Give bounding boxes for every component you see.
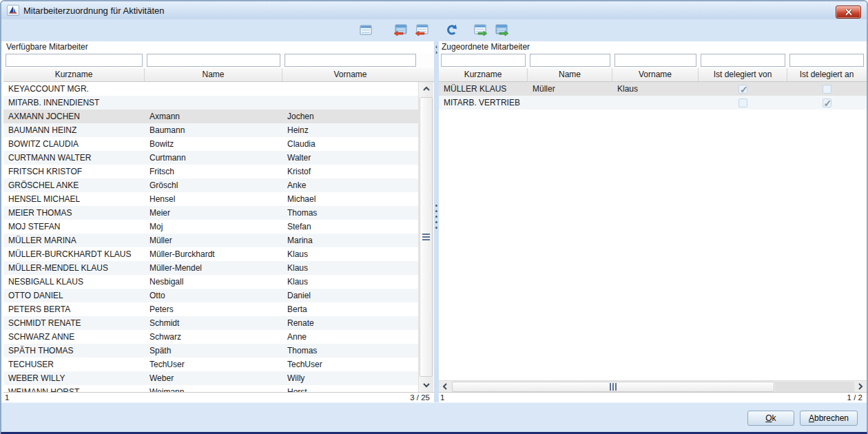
table-row[interactable]: KEYACCOUNT MGR. [3, 82, 418, 96]
table-row[interactable]: HENSEL MICHAELHenselMichael [3, 192, 418, 206]
cell-kurzname: MÜLLER MARINA [3, 234, 145, 247]
cell-ist-delegiert-von[interactable] [699, 96, 787, 110]
undo-button[interactable] [442, 21, 460, 39]
cell-name: Fritsch [145, 165, 282, 178]
scroll-right-icon[interactable] [854, 381, 867, 392]
column-header-name[interactable]: Name [145, 68, 282, 81]
table-row[interactable]: MITARB. INNENDIENST [3, 96, 418, 110]
cell-vorname: Klaus [282, 275, 418, 289]
cell-ist-delegiert-von[interactable] [699, 82, 787, 96]
filter-delegiert-von-input[interactable] [701, 54, 785, 67]
filter-name-input[interactable] [530, 54, 610, 67]
assign-all-button[interactable] [493, 21, 511, 39]
table-row[interactable]: TECHUSERTechUserTechUser [3, 358, 418, 371]
table-row[interactable]: MÜLLER-BURCKHARDT KLAUSMüller-Burckhardt… [3, 247, 418, 261]
column-header-name[interactable]: Name [528, 68, 612, 81]
remove-selected-button[interactable] [413, 21, 431, 39]
column-header-ist-delegiert-von[interactable]: Ist delegiert von [699, 68, 787, 81]
filter-vorname-input[interactable] [285, 54, 416, 67]
assigned-employees-table: MÜLLER KLAUSMüllerKlausMITARB. VERTRIEB [439, 82, 867, 380]
window-button[interactable] [357, 21, 375, 39]
table-row[interactable]: MÜLLER-MENDEL KLAUSMüller-MendelKlaus [3, 261, 418, 275]
cell-name: Schmidt [145, 316, 282, 330]
cell-name: Späth [145, 344, 282, 358]
horizontal-scrollbar[interactable] [439, 380, 867, 392]
scroll-up-icon[interactable] [419, 82, 433, 96]
dialog-window: Mitarbeiterzuordnung für Aktivitäten [0, 0, 868, 434]
assign-all-icon [495, 23, 510, 37]
filter-vorname-input[interactable] [614, 54, 696, 67]
table-row[interactable]: MÜLLER KLAUSMüllerKlaus [439, 82, 867, 96]
cell-vorname: Klaus [282, 261, 418, 275]
cell-name: Axmann [145, 110, 282, 123]
table-row[interactable]: NESBIGALL KLAUSNesbigallKlaus [3, 275, 418, 289]
column-header-ist-delegiert-an[interactable]: Ist delegiert an [787, 68, 866, 81]
table-row[interactable]: MEIER THOMASMeierThomas [3, 206, 418, 220]
scroll-left-icon[interactable] [439, 381, 451, 392]
cell-kurzname: HENSEL MICHAEL [3, 192, 145, 206]
table-row[interactable]: WEBER WILLYWeberWilly [3, 371, 418, 385]
titlebar[interactable]: Mitarbeiterzuordnung für Aktivitäten [1, 1, 867, 19]
column-header-kurzname[interactable]: Kurzname [3, 68, 145, 81]
panel-splitter[interactable]: ‹ › [434, 41, 439, 402]
cell-kurzname: WEBER WILLY [3, 371, 145, 385]
scroll-down-icon[interactable] [419, 378, 433, 392]
cell-ist-delegiert-an[interactable] [787, 82, 866, 96]
collapse-right-icon[interactable]: › [435, 50, 437, 55]
filter-kurzname-input[interactable] [6, 54, 143, 67]
table-row[interactable]: SCHMIDT RENATESchmidtRenate [3, 316, 418, 330]
cell-kurzname: BOWITZ CLAUDIA [3, 137, 145, 151]
table-row[interactable]: SPÄTH THOMASSpäthThomas [3, 344, 418, 358]
table-row[interactable]: FRITSCH KRISTOFFritschKristof [3, 165, 418, 178]
cell-name: Müller [145, 234, 282, 247]
vertical-scroll-track[interactable] [419, 96, 433, 378]
table-row[interactable]: BOWITZ CLAUDIABowitzClaudia [3, 137, 418, 151]
horizontal-scroll-track[interactable] [775, 382, 854, 392]
column-header-kurzname[interactable]: Kurzname [439, 68, 528, 81]
column-header-vorname[interactable]: Vorname [612, 68, 699, 81]
right-filter-row [439, 53, 867, 68]
table-row[interactable]: PETERS BERTAPetersBerta [3, 302, 418, 316]
remove-selected-icon [414, 23, 429, 37]
table-row[interactable]: SCHWARZ ANNESchwarzAnne [3, 330, 418, 344]
table-row[interactable]: AXMANN JOCHENAxmannJochen [3, 110, 418, 123]
cell-name: Weimann [145, 385, 282, 392]
filter-kurzname-input[interactable] [441, 54, 526, 67]
checked-checkbox-icon [823, 99, 831, 107]
cell-kurzname: SCHWARZ ANNE [3, 330, 145, 344]
column-header-vorname[interactable]: Vorname [282, 68, 418, 81]
close-button[interactable] [836, 6, 861, 19]
assign-selected-button[interactable] [472, 21, 490, 39]
cancel-button[interactable]: Abbrechen [800, 411, 858, 426]
vertical-scroll-thumb[interactable] [420, 97, 433, 377]
cell-name: Moj [145, 220, 282, 234]
cell-name: Schwarz [145, 330, 282, 344]
filter-delegiert-an-input[interactable] [789, 54, 864, 67]
cell-kurzname: WEIMANN HORST [3, 385, 145, 392]
table-row[interactable]: MOJ STEFANMojStefan [3, 220, 418, 234]
available-employees-table: KEYACCOUNT MGR.MITARB. INNENDIENSTAXMANN… [3, 82, 418, 392]
cell-ist-delegiert-an[interactable] [787, 96, 866, 110]
table-row[interactable]: MITARB. VERTRIEB [439, 96, 867, 110]
table-row[interactable]: GRÖSCHEL ANKEGröschlAnke [3, 178, 418, 192]
right-table-header: Kurzname Name Vorname Ist delegiert von … [439, 68, 867, 82]
table-row[interactable]: OTTO DANIELOttoDaniel [3, 289, 418, 302]
left-status-bar: 1 3 / 25 [3, 392, 434, 402]
remove-all-button[interactable] [391, 21, 409, 39]
cell-kurzname: MITARB. INNENDIENST [3, 96, 145, 110]
table-row[interactable]: WEIMANN HORSTWeimannHorst [3, 385, 418, 392]
cell-name [145, 96, 282, 110]
remove-all-icon [393, 23, 408, 37]
ok-button[interactable]: Ok [747, 411, 794, 426]
cell-name: Müller-Burckhardt [145, 247, 282, 261]
vertical-scrollbar[interactable] [418, 82, 433, 392]
table-row[interactable]: CURTMANN WALTERCurtmannWalter [3, 151, 418, 165]
horizontal-scroll-thumb[interactable] [452, 382, 774, 392]
table-row[interactable]: MÜLLER MARINAMüllerMarina [3, 234, 418, 247]
table-row[interactable]: BAUMANN HEINZBaumannHeinz [3, 123, 418, 137]
cell-name: Weber [145, 371, 282, 385]
cell-name [145, 82, 282, 96]
left-status-position: 1 [5, 393, 9, 402]
filter-name-input[interactable] [147, 54, 280, 67]
cell-vorname [282, 96, 418, 110]
